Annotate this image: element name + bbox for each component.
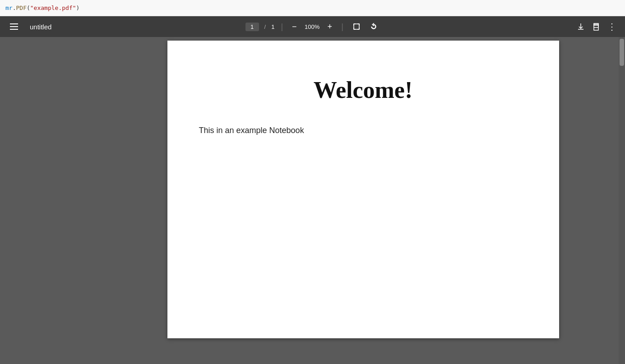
rotate-button[interactable]	[367, 21, 380, 32]
toolbar-left: untitled	[5, 20, 51, 33]
code-text: mr.PDF("example.pdf")	[5, 5, 79, 11]
toolbar-divider-2: |	[341, 22, 343, 32]
code-keyword: mr	[5, 5, 13, 11]
main-area: Welcome! This in an example Notebook	[0, 37, 625, 364]
pdf-heading: Welcome!	[194, 77, 532, 103]
download-button[interactable]	[574, 21, 588, 32]
fit-page-icon	[352, 23, 361, 31]
sidebar-space	[0, 37, 107, 364]
code-paren-open: (	[27, 5, 30, 11]
zoom-in-button[interactable]: +	[325, 22, 335, 32]
hamburger-icon	[8, 22, 20, 32]
document-title: untitled	[30, 23, 51, 31]
download-icon	[577, 23, 585, 31]
code-bar: mr.PDF("example.pdf")	[0, 0, 625, 16]
fit-page-button[interactable]	[350, 21, 363, 32]
scrollbar-area[interactable]	[619, 37, 625, 364]
toolbar-right: ⋮	[574, 19, 620, 34]
hamburger-menu-button[interactable]	[5, 20, 23, 33]
pdf-container[interactable]: Welcome! This in an example Notebook	[107, 37, 619, 364]
page-separator: /	[264, 23, 266, 30]
pdf-toolbar: untitled / 1 | − 100% + |	[0, 16, 625, 37]
svg-rect-11	[594, 28, 598, 30]
page-total: 1	[271, 23, 274, 30]
svg-point-13	[598, 26, 599, 27]
more-options-button[interactable]: ⋮	[605, 19, 620, 34]
code-function: PDF	[16, 5, 26, 11]
zoom-out-button[interactable]: −	[289, 22, 300, 32]
code-string: "example.pdf"	[30, 5, 76, 11]
code-paren-close: )	[76, 5, 80, 11]
toolbar-divider-1: |	[281, 22, 283, 32]
print-button[interactable]	[589, 21, 603, 32]
page-input-wrapper	[245, 23, 259, 31]
pdf-subtext: This in an example Notebook	[199, 126, 532, 135]
kebab-icon: ⋮	[607, 21, 617, 32]
svg-rect-0	[354, 24, 359, 29]
zoom-level-display: 100%	[303, 23, 321, 30]
page-number-input[interactable]	[248, 23, 256, 30]
rotate-icon	[370, 23, 378, 31]
toolbar-center: / 1 | − 100% + |	[245, 21, 380, 32]
scrollbar-thumb[interactable]	[620, 39, 624, 66]
print-icon	[592, 23, 600, 31]
pdf-page: Welcome! This in an example Notebook	[167, 41, 559, 338]
